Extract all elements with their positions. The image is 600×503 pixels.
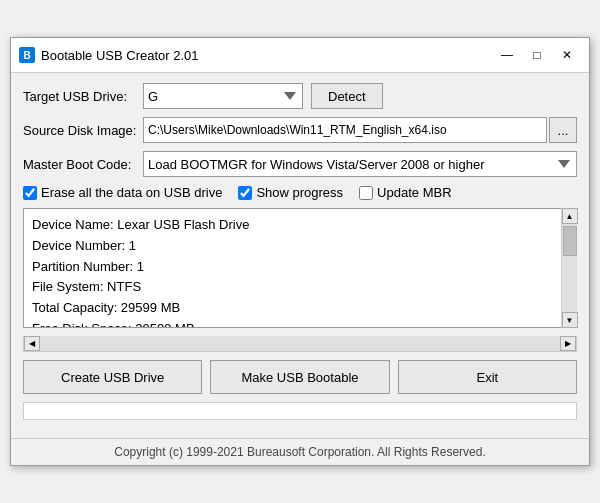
footer: Copyright (c) 1999-2021 Bureausoft Corpo… <box>11 438 589 465</box>
erase-checkbox[interactable] <box>23 186 37 200</box>
info-line-5: Total Capacity: 29599 MB <box>32 298 556 319</box>
update-checkbox[interactable] <box>359 186 373 200</box>
vertical-scrollbar[interactable]: ▲ ▼ <box>561 208 577 328</box>
horizontal-scrollbar[interactable]: ◀ ▶ <box>23 336 577 352</box>
scroll-down-arrow[interactable]: ▼ <box>562 312 578 328</box>
copyright-text: Copyright (c) 1999-2021 Bureausoft Corpo… <box>114 445 486 459</box>
erase-label[interactable]: Erase all the data on USB drive <box>41 185 222 200</box>
target-controls: G Detect <box>143 83 577 109</box>
detect-button[interactable]: Detect <box>311 83 383 109</box>
make-bootable-button[interactable]: Make USB Bootable <box>210 360 389 394</box>
progress-checkbox[interactable] <box>238 186 252 200</box>
progress-bar <box>23 402 577 420</box>
maximize-button[interactable]: □ <box>523 44 551 66</box>
source-label: Source Disk Image: <box>23 123 143 138</box>
content-area: Target USB Drive: G Detect Source Disk I… <box>11 73 589 438</box>
info-line-2: Device Number: 1 <box>32 236 556 257</box>
boot-controls: Load BOOTMGR for Windows Vista/Server 20… <box>143 151 577 177</box>
hscroll-track <box>40 336 560 351</box>
close-button[interactable]: ✕ <box>553 44 581 66</box>
button-row: Create USB Drive Make USB Bootable Exit <box>23 360 577 394</box>
app-icon: B <box>19 47 35 63</box>
main-window: B Bootable USB Creator 2.01 — □ ✕ Target… <box>10 37 590 466</box>
boot-label: Master Boot Code: <box>23 157 143 172</box>
scroll-up-arrow[interactable]: ▲ <box>562 208 578 224</box>
target-label: Target USB Drive: <box>23 89 143 104</box>
minimize-button[interactable]: — <box>493 44 521 66</box>
title-bar: B Bootable USB Creator 2.01 — □ ✕ <box>11 38 589 73</box>
update-label[interactable]: Update MBR <box>377 185 451 200</box>
info-box-wrap: Device Name: Lexar USB Flash Drive Devic… <box>23 208 577 328</box>
source-controls: ... <box>143 117 577 143</box>
scroll-track <box>562 224 577 312</box>
scroll-left-arrow[interactable]: ◀ <box>24 336 40 351</box>
info-line-4: File System: NTFS <box>32 277 556 298</box>
progress-label[interactable]: Show progress <box>256 185 343 200</box>
boot-row: Master Boot Code: Load BOOTMGR for Windo… <box>23 151 577 177</box>
window-title: Bootable USB Creator 2.01 <box>41 48 493 63</box>
info-box: Device Name: Lexar USB Flash Drive Devic… <box>23 208 577 328</box>
scroll-thumb[interactable] <box>563 226 577 256</box>
update-checkbox-item: Update MBR <box>359 185 451 200</box>
target-row: Target USB Drive: G Detect <box>23 83 577 109</box>
erase-checkbox-item: Erase all the data on USB drive <box>23 185 222 200</box>
info-line-3: Partition Number: 1 <box>32 257 556 278</box>
exit-button[interactable]: Exit <box>398 360 577 394</box>
source-row: Source Disk Image: ... <box>23 117 577 143</box>
window-controls: — □ ✕ <box>493 44 581 66</box>
info-line-6: Free Disk Space: 29509 MB <box>32 319 556 328</box>
info-line-1: Device Name: Lexar USB Flash Drive <box>32 215 556 236</box>
boot-select[interactable]: Load BOOTMGR for Windows Vista/Server 20… <box>143 151 577 177</box>
source-input[interactable] <box>143 117 547 143</box>
create-usb-button[interactable]: Create USB Drive <box>23 360 202 394</box>
browse-button[interactable]: ... <box>549 117 577 143</box>
scroll-right-arrow[interactable]: ▶ <box>560 336 576 351</box>
target-select[interactable]: G <box>143 83 303 109</box>
progress-checkbox-item: Show progress <box>238 185 343 200</box>
checkbox-row: Erase all the data on USB drive Show pro… <box>23 185 577 200</box>
